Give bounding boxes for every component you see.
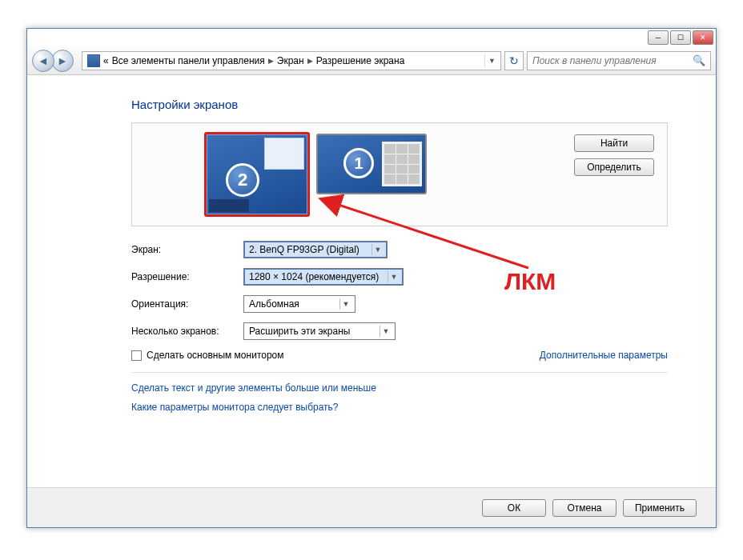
- bottom-button-bar: ОК Отмена Применить: [27, 487, 716, 527]
- multi-label: Несколько экранов:: [131, 326, 243, 337]
- cancel-button[interactable]: Отмена: [552, 499, 616, 517]
- search-input[interactable]: [532, 55, 693, 66]
- search-icon[interactable]: 🔍: [693, 54, 705, 66]
- back-button[interactable]: ◄: [32, 50, 54, 72]
- which-settings-link[interactable]: Какие параметры монитора следует выбрать…: [131, 402, 668, 413]
- monitor-number-badge: 1: [343, 148, 374, 178]
- identify-button[interactable]: Определить: [574, 158, 654, 176]
- text-size-link[interactable]: Сделать текст и другие элементы больше и…: [131, 382, 668, 394]
- monitors-side-buttons: Найти Определить: [574, 134, 654, 176]
- forward-button[interactable]: ►: [51, 50, 74, 72]
- primary-monitor-checkbox[interactable]: [131, 350, 142, 361]
- monitor-number-badge: 2: [226, 163, 259, 197]
- monitor-window-deco: [264, 138, 304, 170]
- bc-root[interactable]: Все элементы панели управления: [112, 55, 265, 66]
- orientation-combo[interactable]: Альбомная: [243, 295, 355, 313]
- display-value: 2. BenQ FP93GP (Digital): [249, 244, 359, 255]
- resolution-label: Разрешение:: [131, 271, 243, 282]
- window-controls: ─ ☐ ✕: [648, 30, 713, 45]
- close-button[interactable]: ✕: [693, 30, 713, 45]
- bc-prefix: «: [103, 55, 109, 66]
- nav-bar: ◄ ► « Все элементы панели управления ▶ Э…: [27, 46, 716, 75]
- display-combo[interactable]: 2. BenQ FP93GP (Digital): [243, 241, 388, 258]
- chevron-right-icon: ▶: [268, 57, 274, 65]
- orientation-value: Альбомная: [249, 298, 299, 310]
- monitor-keypad-deco: [382, 142, 422, 186]
- ok-button[interactable]: ОК: [482, 499, 546, 517]
- divider: [131, 372, 668, 373]
- bc-mid[interactable]: Экран: [277, 55, 304, 66]
- primary-monitor-label: Сделать основным монитором: [147, 350, 284, 361]
- bc-leaf[interactable]: Разрешение экрана: [316, 55, 405, 66]
- annotation-label: ЛКМ: [504, 268, 556, 295]
- monitors-preview-pane: 2 1 Найти Определить: [131, 122, 668, 226]
- monitor-1-thumbnail[interactable]: 1: [316, 134, 427, 194]
- orientation-label: Ориентация:: [131, 298, 243, 310]
- monitor-2-thumbnail[interactable]: 2: [204, 132, 310, 217]
- monitor-taskbar-deco: [209, 199, 249, 212]
- breadcrumb-dropdown[interactable]: ▼: [484, 54, 499, 68]
- maximize-button[interactable]: ☐: [670, 30, 691, 45]
- resolution-combo[interactable]: 1280 × 1024 (рекомендуется): [243, 268, 404, 286]
- breadcrumb[interactable]: « Все элементы панели управления ▶ Экран…: [82, 51, 501, 70]
- chevron-right-icon: ▶: [307, 57, 313, 65]
- minimize-button[interactable]: ─: [648, 30, 669, 45]
- page-title: Настройки экранов: [131, 98, 668, 111]
- settings-form: Экран: 2. BenQ FP93GP (Digital) Разрешен…: [131, 241, 668, 413]
- window-frame: ─ ☐ ✕ ◄ ► « Все элементы панели управлен…: [26, 28, 717, 528]
- multi-value: Расширить эти экраны: [249, 326, 350, 337]
- content-area: Настройки экранов 2 1 Найти Определить Э…: [27, 75, 716, 527]
- find-button[interactable]: Найти: [574, 134, 654, 152]
- multi-displays-combo[interactable]: Расширить эти экраны: [243, 322, 396, 340]
- nav-arrows: ◄ ►: [32, 50, 74, 72]
- apply-button[interactable]: Применить: [623, 499, 697, 517]
- control-panel-icon: [87, 54, 100, 67]
- refresh-button[interactable]: ↻: [504, 51, 524, 70]
- resolution-value: 1280 × 1024 (рекомендуется): [249, 271, 379, 282]
- display-label: Экран:: [131, 244, 243, 255]
- search-box[interactable]: 🔍: [527, 51, 711, 70]
- advanced-settings-link[interactable]: Дополнительные параметры: [540, 350, 668, 361]
